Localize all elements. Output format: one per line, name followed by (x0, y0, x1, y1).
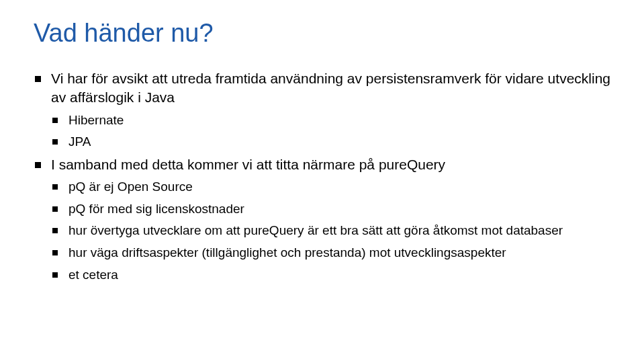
list-item: pQ är ej Open Source (51, 178, 610, 196)
list-item: hur väga driftsaspekter (tillgänglighet … (51, 244, 610, 262)
bullet-text: I samband med detta kommer vi att titta … (51, 157, 445, 172)
bullet-text: pQ för med sig licenskostnader (68, 202, 244, 216)
bullet-text: Hibernate (68, 113, 124, 127)
list-item: JPA (51, 133, 610, 151)
bullet-text: hur övertyga utvecklare om att pureQuery… (68, 223, 563, 237)
list-item: I samband med detta kommer vi att titta … (34, 155, 610, 284)
slide-title: Vad händer nu? (34, 19, 610, 48)
list-item: et cetera (51, 266, 610, 284)
bullet-list-level2: pQ är ej Open Source pQ för med sig lice… (51, 178, 610, 284)
bullet-list-level2: Hibernate JPA (51, 112, 610, 151)
bullet-text: JPA (68, 134, 91, 149)
slide: Vad händer nu? Vi har för avsikt att utr… (0, 0, 644, 357)
bullet-list-level1: Vi har för avsikt att utreda framtida an… (34, 69, 610, 284)
bullet-text: pQ är ej Open Source (68, 180, 193, 194)
list-item: pQ för med sig licenskostnader (51, 200, 610, 219)
list-item: Hibernate (51, 112, 610, 130)
bullet-text: Vi har för avsikt att utreda framtida an… (51, 71, 610, 105)
list-item: hur övertyga utvecklare om att pureQuery… (51, 222, 610, 240)
bullet-text: et cetera (68, 268, 118, 282)
bullet-text: hur väga driftsaspekter (tillgänglighet … (68, 245, 506, 260)
list-item: Vi har för avsikt att utreda framtida an… (34, 69, 610, 151)
